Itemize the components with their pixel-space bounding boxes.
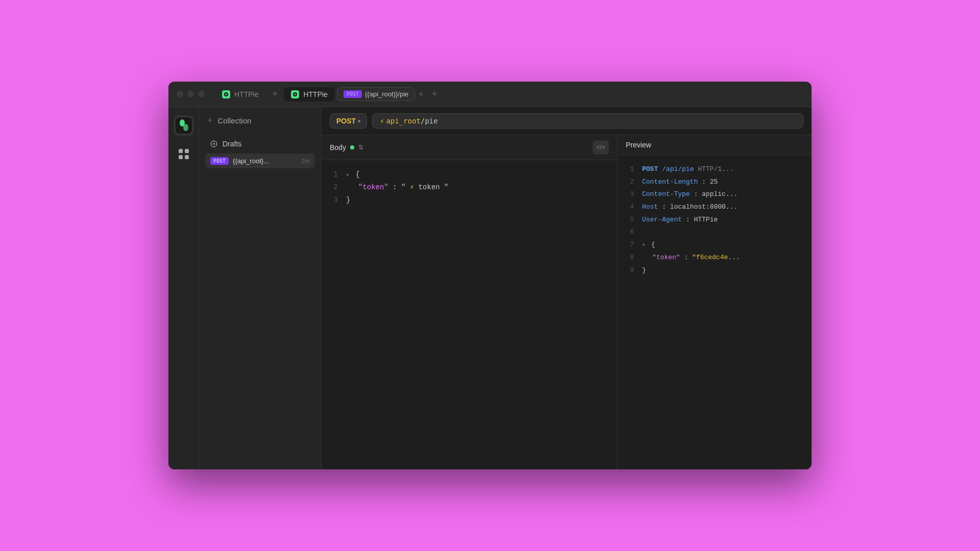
- drafts-section: Drafts POST {{api_root}... 2m: [199, 132, 321, 174]
- url-path: /pie: [421, 117, 438, 125]
- collapse-arrow-icon: ▾: [346, 172, 349, 178]
- request-name: {{api_root}...: [233, 157, 297, 165]
- tab-1-add[interactable]: +: [267, 87, 282, 102]
- preview-line-9: 9 }: [626, 264, 803, 277]
- maximize-button[interactable]: [198, 91, 205, 97]
- preview-method: POST: [642, 165, 658, 173]
- url-tab-pill[interactable]: POST {{api_root}}/pie: [337, 87, 415, 101]
- drafts-header[interactable]: Drafts: [205, 136, 315, 152]
- content-area: POST ▾ ⚡ api_root /pie Body ⇅: [322, 107, 812, 469]
- code-line-3: 3 }: [330, 194, 609, 207]
- line-num-1: 1: [330, 168, 338, 181]
- close-brace: }: [346, 196, 350, 204]
- collections-label: Collection: [218, 116, 252, 125]
- close-button[interactable]: [177, 91, 183, 97]
- svg-point-4: [183, 124, 188, 131]
- post-badge-tab: POST: [344, 90, 362, 98]
- line-num-2: 2: [330, 181, 338, 194]
- add-collection-button[interactable]: +: [207, 115, 213, 126]
- minimize-button[interactable]: [187, 91, 194, 97]
- preview-panel-header: Preview: [618, 135, 812, 155]
- body-panel-title: Body: [330, 143, 346, 152]
- tab-1-icon: [222, 90, 230, 98]
- code-line-2: 2 "token" : " ⚡ token ": [330, 181, 609, 194]
- main-layout: + Collection Drafts: [168, 107, 812, 469]
- line-num-3: 3: [330, 194, 338, 207]
- tab-1[interactable]: HTTPie: [215, 87, 265, 102]
- code-line-1: 1 ▾ {: [330, 168, 609, 181]
- body-sort-icon[interactable]: ⇅: [358, 144, 363, 151]
- preview-line-8: 8 "token" : "f6cedc4e...: [626, 252, 803, 264]
- preview-collapse-icon: ▾: [642, 242, 645, 248]
- request-method-badge: POST: [210, 157, 229, 165]
- url-bolt-icon: ⚡: [380, 117, 384, 125]
- tab-url-text: {{api_root}}/pie: [365, 90, 408, 98]
- open-brace: {: [355, 170, 359, 179]
- preview-line-6: 6: [626, 226, 803, 239]
- code-toggle-icon: </>: [596, 144, 605, 151]
- panels: Body ⇅ </> 1 ▾: [322, 135, 812, 469]
- method-label: POST: [336, 117, 356, 125]
- svg-point-6: [213, 143, 215, 145]
- code-area[interactable]: 1 ▾ { 2 "token" : " ⚡: [322, 160, 617, 469]
- method-selector[interactable]: POST ▾: [330, 113, 367, 129]
- tab-2-icon: [291, 90, 299, 98]
- preview-panel: Preview 1 POST /api/pie HTTP/1...: [618, 135, 812, 469]
- bolt-inline-icon: ⚡: [410, 183, 414, 191]
- tab-2[interactable]: HTTPie: [284, 87, 334, 102]
- collections-panel: + Collection Drafts: [199, 107, 322, 469]
- token-key: "token": [358, 183, 388, 191]
- tab-2-label: HTTPie: [303, 90, 327, 98]
- titlebar: HTTPie + HTTPie POST {{api_root}}/pie ✕: [168, 82, 812, 107]
- drafts-label: Drafts: [223, 140, 241, 148]
- method-chevron-icon: ▾: [358, 118, 360, 124]
- preview-area: 1 POST /api/pie HTTP/1... 2 Content-: [618, 155, 812, 469]
- grid-icon: [179, 149, 189, 159]
- url-input[interactable]: ⚡ api_root /pie: [372, 113, 803, 129]
- preview-line-7: 7 ▾ {: [626, 239, 803, 252]
- httpie-logo-icon: [176, 117, 192, 134]
- url-bar: POST ▾ ⚡ api_root /pie: [322, 107, 812, 135]
- preview-line-4: 4 Host : localhost:8000...: [626, 201, 803, 214]
- tab-1-label: HTTPie: [234, 90, 258, 98]
- body-status-dot: [350, 145, 354, 149]
- preview-line-3: 3 Content-Type : applic...: [626, 188, 803, 201]
- app-window: HTTPie + HTTPie POST {{api_root}}/pie ✕: [168, 82, 812, 469]
- token-var: token: [419, 183, 444, 191]
- sidebar-item-httpie[interactable]: [174, 115, 194, 136]
- request-item[interactable]: POST {{api_root}... 2m: [205, 154, 315, 168]
- collections-header: + Collection: [199, 107, 321, 132]
- traffic-lights: [177, 91, 205, 97]
- body-panel-header: Body ⇅ </>: [322, 135, 617, 160]
- preview-panel-title: Preview: [626, 141, 651, 149]
- tab-2-close[interactable]: ✕: [417, 90, 425, 98]
- tab-2-add[interactable]: +: [427, 87, 442, 102]
- sidebar-icons: [168, 107, 199, 469]
- url-variable: api_root: [386, 117, 421, 125]
- sidebar-item-apps[interactable]: [174, 144, 194, 164]
- code-toggle-button[interactable]: </>: [593, 140, 609, 155]
- preview-line-5: 5 User-Agent : HTTPie: [626, 214, 803, 227]
- drafts-icon: [209, 139, 218, 148]
- preview-line-2: 2 Content-Length : 25: [626, 176, 803, 189]
- request-time: 2m: [301, 158, 310, 165]
- body-panel: Body ⇅ </> 1 ▾: [322, 135, 618, 469]
- tab-bar: HTTPie + HTTPie POST {{api_root}}/pie ✕: [215, 87, 803, 102]
- preview-line-1: 1 POST /api/pie HTTP/1...: [626, 163, 803, 176]
